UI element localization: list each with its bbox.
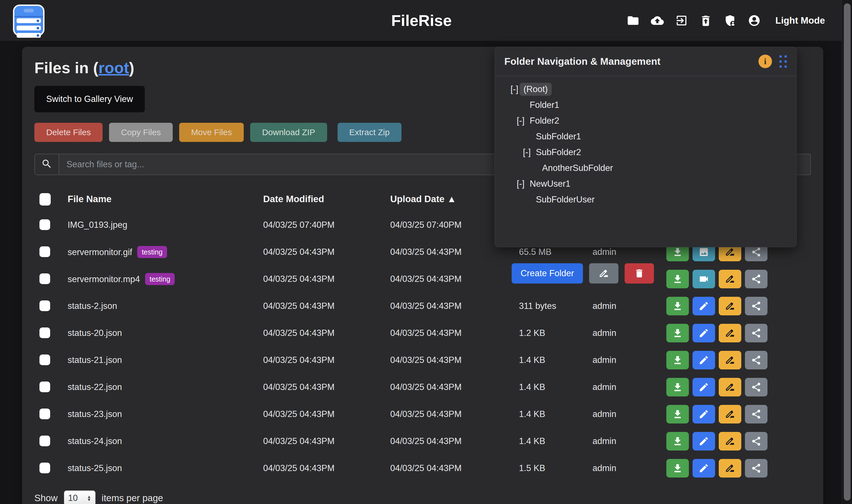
rename-file-button[interactable]	[719, 432, 741, 450]
rename-file-button[interactable]	[719, 459, 741, 478]
share-file-button[interactable]	[745, 324, 767, 342]
rename-file-button[interactable]	[719, 351, 741, 370]
trash-restore-icon[interactable]	[699, 14, 712, 27]
share-file-button[interactable]	[745, 270, 767, 288]
file-name[interactable]: status-2.json	[68, 301, 117, 311]
file-name[interactable]: status-21.json	[68, 355, 122, 365]
share-file-button[interactable]	[745, 459, 767, 478]
file-size-cell: 65.5 MB	[519, 247, 551, 257]
row-checkbox[interactable]	[39, 381, 50, 392]
edit-file-button[interactable]	[693, 459, 715, 478]
move-files-button[interactable]: Move Files	[179, 123, 244, 142]
share-file-button[interactable]	[745, 378, 767, 396]
scrollbar-track	[842, 0, 852, 504]
folder-icon[interactable]	[627, 14, 640, 27]
select-all-checkbox[interactable]	[39, 193, 51, 205]
file-name[interactable]: servermonitor.gif	[68, 247, 132, 257]
create-folder-button[interactable]: Create Folder	[512, 263, 583, 284]
share-file-button[interactable]	[745, 351, 767, 370]
tree-toggle[interactable]: [-]	[517, 116, 530, 126]
file-size-cell: 1.4 KB	[519, 382, 545, 392]
download-button[interactable]	[666, 324, 689, 342]
root-folder-link[interactable]: root	[98, 59, 129, 77]
delete-files-button[interactable]: Delete Files	[34, 123, 103, 142]
info-icon[interactable]: i	[759, 55, 772, 68]
tree-item-subfolder1[interactable]: SubFolder1	[510, 129, 613, 144]
file-name[interactable]: status-25.json	[68, 463, 122, 473]
tree-toggle[interactable]: [-]	[517, 179, 530, 189]
file-name[interactable]: status-20.json	[68, 328, 122, 338]
rename-file-button[interactable]	[719, 324, 741, 342]
upload-date-cell: 04/03/25 04:43PM	[390, 247, 462, 257]
file-name[interactable]: servermonitor.mp4	[68, 274, 140, 284]
download-button[interactable]	[666, 432, 689, 450]
tree-item-anothersubfolder[interactable]: AnotherSubFolder	[510, 160, 613, 176]
share-file-button[interactable]	[745, 432, 767, 450]
download-button[interactable]	[666, 405, 689, 424]
row-checkbox[interactable]	[39, 463, 50, 473]
uploader-cell: admin	[592, 436, 616, 446]
share-file-button[interactable]	[745, 297, 767, 316]
download-button[interactable]	[666, 270, 689, 288]
file-name[interactable]: status-24.json	[68, 436, 122, 446]
column-header-date-modified[interactable]: Date Modified	[263, 194, 324, 204]
column-header-file-name[interactable]: File Name	[68, 194, 111, 204]
upload-date-cell: 04/03/25 04:43PM	[390, 328, 462, 338]
file-size-cell: 311 bytes	[519, 301, 556, 311]
scrollbar-thumb[interactable]	[844, 3, 851, 501]
row-checkbox[interactable]	[39, 355, 50, 365]
tree-item-root[interactable]: [-](Root)	[510, 82, 613, 97]
rename-folder-button[interactable]	[589, 263, 619, 284]
tree-toggle[interactable]: [-]	[523, 147, 536, 157]
logout-icon[interactable]	[675, 14, 688, 27]
extract-files-button[interactable]: Extract Zip	[337, 123, 401, 142]
delete-folder-button[interactable]	[625, 263, 654, 284]
tree-item-folder2[interactable]: [-]Folder2	[510, 113, 613, 129]
table-row: status-21.json04/03/25 04:43PM04/03/25 0…	[22, 347, 823, 374]
download-button[interactable]	[666, 351, 689, 370]
copy-files-button[interactable]: Copy Files	[109, 123, 173, 142]
theme-toggle[interactable]: Light Mode	[776, 15, 825, 26]
edit-file-button[interactable]	[693, 378, 715, 396]
edit-file-button[interactable]	[693, 324, 715, 342]
rename-file-button[interactable]	[719, 378, 741, 396]
preview-video-button[interactable]	[693, 270, 715, 288]
row-checkbox[interactable]	[39, 219, 50, 230]
tree-item-subfolder2[interactable]: [-]SubFolder2	[510, 144, 613, 160]
account-circle-icon[interactable]	[748, 14, 761, 27]
share-file-button[interactable]	[745, 405, 767, 424]
edit-file-button[interactable]	[693, 405, 715, 424]
drag-handle-icon[interactable]	[779, 55, 787, 68]
rename-file-button[interactable]	[719, 270, 741, 288]
rename-file-button[interactable]	[719, 297, 741, 316]
page-title: Files in (root)	[34, 58, 134, 77]
cloud-upload-icon[interactable]	[651, 14, 664, 27]
row-checkbox[interactable]	[39, 436, 50, 446]
shield-user-icon[interactable]	[724, 14, 736, 27]
column-header-upload-date[interactable]: Upload Date ▲	[390, 194, 456, 204]
file-name[interactable]: status-23.json	[68, 409, 122, 419]
row-checkbox[interactable]	[39, 273, 50, 284]
date-modified-cell: 04/03/25 04:43PM	[263, 463, 334, 473]
download-button[interactable]	[666, 459, 689, 478]
zip-files-button[interactable]: Download ZIP	[250, 123, 327, 142]
file-name[interactable]: IMG_0193.jpeg	[68, 220, 127, 230]
edit-file-button[interactable]	[693, 297, 715, 316]
row-checkbox[interactable]	[39, 409, 50, 419]
tree-item-label: NewUser1	[530, 179, 571, 189]
switch-gallery-view-button[interactable]: Switch to Gallery View	[34, 86, 145, 112]
edit-file-button[interactable]	[693, 351, 715, 370]
filerise-logo[interactable]	[13, 4, 45, 36]
row-checkbox[interactable]	[39, 327, 50, 338]
row-checkbox[interactable]	[39, 301, 50, 311]
row-checkbox[interactable]	[39, 246, 50, 257]
download-button[interactable]	[666, 378, 689, 396]
tree-item-subfolderuser[interactable]: SubFolderUser	[510, 192, 613, 208]
file-name[interactable]: status-22.json	[68, 382, 122, 392]
items-per-page-select[interactable]: 10 ▲▼	[64, 490, 95, 504]
tree-item-folder1[interactable]: Folder1	[510, 97, 613, 113]
edit-file-button[interactable]	[693, 432, 715, 450]
rename-file-button[interactable]	[719, 405, 741, 424]
tree-item-newuser1[interactable]: [-]NewUser1	[510, 176, 613, 192]
download-button[interactable]	[666, 297, 689, 316]
